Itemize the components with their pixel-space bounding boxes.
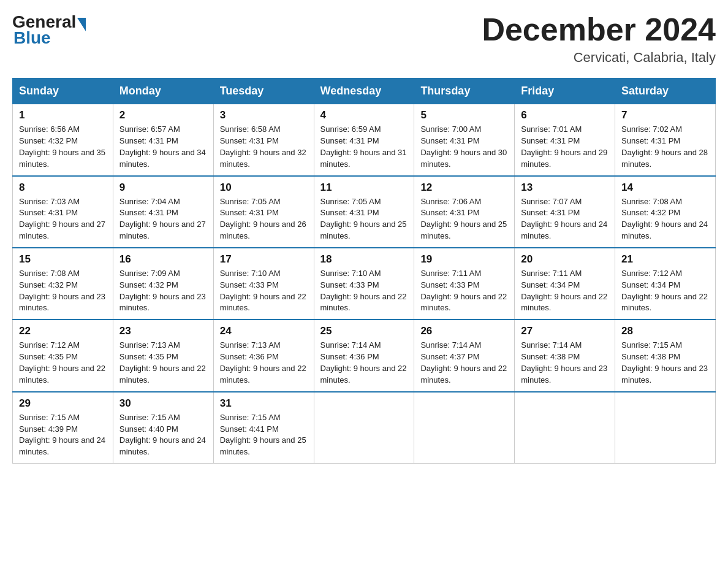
- calendar-cell: 3 Sunrise: 6:58 AMSunset: 4:31 PMDayligh…: [213, 104, 314, 176]
- day-info: Sunrise: 7:15 AMSunset: 4:41 PMDaylight:…: [220, 413, 306, 457]
- day-info: Sunrise: 7:11 AMSunset: 4:34 PMDaylight:…: [521, 269, 607, 313]
- day-info: Sunrise: 7:14 AMSunset: 4:36 PMDaylight:…: [320, 340, 407, 385]
- title-block: December 2024 Cervicati, Calabria, Italy: [482, 12, 716, 66]
- day-info: Sunrise: 7:15 AMSunset: 4:38 PMDaylight:…: [621, 340, 708, 385]
- calendar-cell: 5 Sunrise: 7:00 AMSunset: 4:31 PMDayligh…: [414, 104, 515, 176]
- day-info: Sunrise: 6:56 AMSunset: 4:32 PMDaylight:…: [19, 124, 105, 169]
- calendar-cell: 13 Sunrise: 7:07 AMSunset: 4:31 PMDaylig…: [515, 176, 615, 248]
- calendar-cell: 29 Sunrise: 7:15 AMSunset: 4:39 PMDaylig…: [13, 392, 113, 464]
- calendar-cell: 12 Sunrise: 7:06 AMSunset: 4:31 PMDaylig…: [414, 176, 515, 248]
- logo: General Blue: [12, 12, 87, 48]
- day-number: 27: [521, 325, 609, 337]
- calendar-cell: [515, 392, 615, 464]
- day-number: 17: [220, 253, 308, 266]
- calendar-cell: 24 Sunrise: 7:13 AMSunset: 4:36 PMDaylig…: [213, 320, 314, 391]
- day-number: 20: [521, 253, 609, 266]
- day-number: 11: [320, 182, 408, 194]
- calendar-cell: 15 Sunrise: 7:08 AMSunset: 4:32 PMDaylig…: [13, 248, 113, 320]
- calendar-week-row: 15 Sunrise: 7:08 AMSunset: 4:32 PMDaylig…: [13, 248, 716, 320]
- column-header-sunday: Sunday: [13, 79, 113, 104]
- calendar-cell: 14 Sunrise: 7:08 AMSunset: 4:32 PMDaylig…: [615, 176, 716, 248]
- month-title: December 2024: [482, 12, 716, 47]
- day-number: 30: [119, 397, 207, 410]
- day-info: Sunrise: 7:10 AMSunset: 4:33 PMDaylight:…: [220, 269, 306, 313]
- calendar-cell: 30 Sunrise: 7:15 AMSunset: 4:40 PMDaylig…: [113, 392, 213, 464]
- day-info: Sunrise: 7:13 AMSunset: 4:36 PMDaylight:…: [220, 340, 306, 385]
- day-number: 24: [220, 325, 308, 337]
- calendar-cell: 10 Sunrise: 7:05 AMSunset: 4:31 PMDaylig…: [213, 176, 314, 248]
- calendar-cell: 8 Sunrise: 7:03 AMSunset: 4:31 PMDayligh…: [13, 176, 113, 248]
- day-info: Sunrise: 7:14 AMSunset: 4:37 PMDaylight:…: [420, 340, 507, 385]
- day-number: 18: [320, 253, 408, 266]
- day-number: 16: [119, 253, 207, 266]
- day-info: Sunrise: 7:08 AMSunset: 4:32 PMDaylight:…: [621, 197, 708, 241]
- day-info: Sunrise: 7:05 AMSunset: 4:31 PMDaylight:…: [220, 197, 306, 241]
- day-number: 10: [220, 182, 308, 194]
- day-number: 8: [19, 182, 107, 194]
- day-number: 4: [320, 109, 408, 121]
- day-info: Sunrise: 7:14 AMSunset: 4:38 PMDaylight:…: [521, 340, 607, 385]
- day-info: Sunrise: 7:13 AMSunset: 4:35 PMDaylight:…: [119, 340, 206, 385]
- day-info: Sunrise: 7:07 AMSunset: 4:31 PMDaylight:…: [521, 197, 607, 241]
- calendar-cell: 17 Sunrise: 7:10 AMSunset: 4:33 PMDaylig…: [213, 248, 314, 320]
- day-number: 3: [220, 109, 308, 121]
- day-info: Sunrise: 7:04 AMSunset: 4:31 PMDaylight:…: [119, 197, 206, 241]
- calendar-cell: 11 Sunrise: 7:05 AMSunset: 4:31 PMDaylig…: [314, 176, 414, 248]
- calendar-cell: 2 Sunrise: 6:57 AMSunset: 4:31 PMDayligh…: [113, 104, 213, 176]
- day-info: Sunrise: 7:05 AMSunset: 4:31 PMDaylight:…: [320, 197, 407, 241]
- day-info: Sunrise: 7:01 AMSunset: 4:31 PMDaylight:…: [521, 124, 607, 169]
- logo-arrow-icon: [77, 18, 86, 31]
- day-number: 15: [19, 253, 107, 266]
- calendar-cell: [615, 392, 716, 464]
- day-number: 14: [621, 182, 709, 194]
- day-info: Sunrise: 6:59 AMSunset: 4:31 PMDaylight:…: [320, 124, 407, 169]
- day-number: 13: [521, 182, 609, 194]
- calendar-cell: 16 Sunrise: 7:09 AMSunset: 4:32 PMDaylig…: [113, 248, 213, 320]
- calendar-cell: 4 Sunrise: 6:59 AMSunset: 4:31 PMDayligh…: [314, 104, 414, 176]
- day-number: 22: [19, 325, 107, 337]
- day-info: Sunrise: 7:03 AMSunset: 4:31 PMDaylight:…: [19, 197, 105, 241]
- calendar-cell: 21 Sunrise: 7:12 AMSunset: 4:34 PMDaylig…: [615, 248, 716, 320]
- calendar-cell: 20 Sunrise: 7:11 AMSunset: 4:34 PMDaylig…: [515, 248, 615, 320]
- calendar-cell: 31 Sunrise: 7:15 AMSunset: 4:41 PMDaylig…: [213, 392, 314, 464]
- day-number: 2: [119, 109, 207, 121]
- column-header-monday: Monday: [113, 79, 213, 104]
- calendar-cell: [414, 392, 515, 464]
- day-info: Sunrise: 7:11 AMSunset: 4:33 PMDaylight:…: [420, 269, 507, 313]
- column-header-saturday: Saturday: [615, 79, 716, 104]
- day-number: 23: [119, 325, 207, 337]
- calendar-week-row: 8 Sunrise: 7:03 AMSunset: 4:31 PMDayligh…: [13, 176, 716, 248]
- calendar-cell: 18 Sunrise: 7:10 AMSunset: 4:33 PMDaylig…: [314, 248, 414, 320]
- day-number: 26: [420, 325, 508, 337]
- calendar-cell: [314, 392, 414, 464]
- day-info: Sunrise: 7:08 AMSunset: 4:32 PMDaylight:…: [19, 269, 105, 313]
- day-number: 7: [621, 109, 709, 121]
- calendar-cell: 19 Sunrise: 7:11 AMSunset: 4:33 PMDaylig…: [414, 248, 515, 320]
- day-number: 28: [621, 325, 709, 337]
- calendar-cell: 6 Sunrise: 7:01 AMSunset: 4:31 PMDayligh…: [515, 104, 615, 176]
- page-header: General Blue December 2024 Cervicati, Ca…: [12, 12, 716, 66]
- column-header-thursday: Thursday: [414, 79, 515, 104]
- calendar-cell: 28 Sunrise: 7:15 AMSunset: 4:38 PMDaylig…: [615, 320, 716, 391]
- calendar-table: SundayMondayTuesdayWednesdayThursdayFrid…: [12, 78, 716, 464]
- day-info: Sunrise: 7:15 AMSunset: 4:39 PMDaylight:…: [19, 413, 105, 457]
- calendar-cell: 26 Sunrise: 7:14 AMSunset: 4:37 PMDaylig…: [414, 320, 515, 391]
- calendar-cell: 9 Sunrise: 7:04 AMSunset: 4:31 PMDayligh…: [113, 176, 213, 248]
- day-number: 21: [621, 253, 709, 266]
- calendar-week-row: 29 Sunrise: 7:15 AMSunset: 4:39 PMDaylig…: [13, 392, 716, 464]
- day-number: 31: [220, 397, 308, 410]
- column-header-wednesday: Wednesday: [314, 79, 414, 104]
- calendar-cell: 22 Sunrise: 7:12 AMSunset: 4:35 PMDaylig…: [13, 320, 113, 391]
- day-number: 1: [19, 109, 107, 121]
- location-title: Cervicati, Calabria, Italy: [482, 50, 716, 66]
- day-info: Sunrise: 7:12 AMSunset: 4:34 PMDaylight:…: [621, 269, 708, 313]
- day-info: Sunrise: 7:10 AMSunset: 4:33 PMDaylight:…: [320, 269, 407, 313]
- day-info: Sunrise: 6:57 AMSunset: 4:31 PMDaylight:…: [119, 124, 206, 169]
- calendar-cell: 1 Sunrise: 6:56 AMSunset: 4:32 PMDayligh…: [13, 104, 113, 176]
- day-number: 25: [320, 325, 408, 337]
- calendar-week-row: 1 Sunrise: 6:56 AMSunset: 4:32 PMDayligh…: [13, 104, 716, 176]
- day-number: 5: [420, 109, 508, 121]
- calendar-cell: 27 Sunrise: 7:14 AMSunset: 4:38 PMDaylig…: [515, 320, 615, 391]
- day-info: Sunrise: 7:12 AMSunset: 4:35 PMDaylight:…: [19, 340, 105, 385]
- column-header-friday: Friday: [515, 79, 615, 104]
